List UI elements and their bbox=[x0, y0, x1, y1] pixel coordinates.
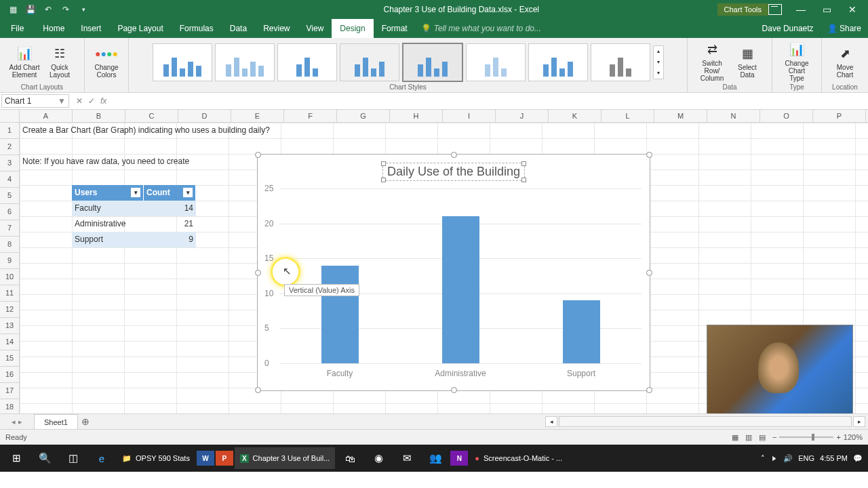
resize-handle[interactable] bbox=[646, 387, 652, 393]
zoom-level[interactable]: 120% bbox=[844, 433, 863, 441]
col-header[interactable]: D bbox=[178, 110, 231, 122]
tab-data[interactable]: Data bbox=[222, 19, 255, 38]
plot-area[interactable]: 0510152025FacultyAdministrativeSupport bbox=[279, 188, 642, 363]
row-header[interactable]: 1 bbox=[0, 123, 20, 139]
chart-bar[interactable] bbox=[563, 300, 600, 363]
taskbar-folder[interactable]: 📁OPSY 590 Stats bbox=[117, 447, 195, 469]
col-header[interactable]: K bbox=[549, 110, 601, 122]
col-header[interactable]: A bbox=[20, 110, 73, 122]
minimize-icon[interactable]: — bbox=[789, 4, 813, 15]
chart-bar[interactable] bbox=[321, 266, 359, 363]
tab-view[interactable]: View bbox=[298, 19, 332, 38]
row-header[interactable]: 15 bbox=[0, 350, 20, 367]
task-view-icon[interactable]: ◫ bbox=[60, 447, 87, 469]
chart-style-7[interactable] bbox=[528, 43, 588, 81]
enter-formula-icon[interactable]: ✓ bbox=[88, 96, 95, 106]
zoom-out-icon[interactable]: − bbox=[772, 433, 776, 441]
table-header-users[interactable]: Users▾ bbox=[72, 185, 144, 201]
h-scrollbar[interactable] bbox=[559, 416, 852, 427]
row-header[interactable]: 13 bbox=[0, 318, 20, 334]
view-page-layout-icon[interactable]: ▥ bbox=[745, 433, 752, 442]
tab-design[interactable]: Design bbox=[332, 19, 373, 38]
row-header[interactable]: 16 bbox=[0, 367, 20, 383]
view-page-break-icon[interactable]: ▤ bbox=[759, 433, 766, 442]
row-header[interactable]: 6 bbox=[0, 204, 20, 220]
onenote-icon[interactable]: N bbox=[450, 451, 468, 466]
table-header-count[interactable]: Count▾ bbox=[144, 185, 196, 201]
tell-me-search[interactable]: Tell me what you want to do... bbox=[421, 24, 755, 33]
chart-title[interactable]: Daily Use of the Building bbox=[382, 163, 525, 181]
chart-style-1[interactable] bbox=[153, 43, 212, 81]
row-header[interactable]: 11 bbox=[0, 285, 20, 302]
clock[interactable]: 4:55 PM bbox=[820, 454, 848, 462]
qat-customize-icon[interactable]: ▾ bbox=[77, 6, 90, 13]
sheet-nav[interactable]: ◂ ▸ bbox=[0, 418, 34, 426]
taskbar-screencast[interactable]: ●Screencast-O-Matic - ... bbox=[469, 447, 568, 469]
chart-style-8[interactable] bbox=[591, 43, 650, 81]
tab-file[interactable]: File bbox=[0, 19, 35, 38]
sheet-tab-1[interactable]: Sheet1 bbox=[34, 414, 78, 430]
resize-handle[interactable] bbox=[255, 387, 261, 393]
volume-icon[interactable]: 🔊 bbox=[783, 454, 793, 463]
word-icon[interactable]: W bbox=[197, 451, 214, 466]
switch-row-column-button[interactable]: ⇄Switch Row/ Column bbox=[696, 42, 728, 82]
change-colors-button[interactable]: ●●●●Change Colors bbox=[91, 46, 122, 79]
powerpoint-icon[interactable]: P bbox=[216, 451, 233, 466]
tab-insert[interactable]: Insert bbox=[73, 19, 109, 38]
chart-style-6[interactable] bbox=[466, 43, 526, 81]
row-header[interactable]: 8 bbox=[0, 237, 20, 253]
search-icon[interactable]: 🔍 bbox=[31, 447, 58, 469]
resize-handle[interactable] bbox=[255, 152, 261, 158]
maximize-icon[interactable]: ▭ bbox=[814, 4, 839, 15]
fx-icon[interactable]: fx bbox=[100, 96, 106, 106]
edge-icon[interactable]: e bbox=[88, 447, 115, 469]
add-chart-element-button[interactable]: 📊Add Chart Element bbox=[9, 46, 40, 79]
move-chart-button[interactable]: ⬈Move Chart bbox=[829, 46, 861, 79]
chart-style-2[interactable] bbox=[215, 43, 275, 81]
user-label[interactable]: Dave Dunaetz bbox=[755, 24, 821, 33]
tray-up-icon[interactable]: ˄ bbox=[761, 454, 765, 463]
row-header[interactable]: 5 bbox=[0, 188, 20, 204]
row-header[interactable]: 3 bbox=[0, 155, 20, 171]
undo-icon[interactable]: ↶ bbox=[41, 5, 55, 14]
select-data-button[interactable]: ▦Select Data bbox=[732, 46, 763, 79]
col-header[interactable]: N bbox=[707, 110, 760, 122]
quick-layout-button[interactable]: ☷Quick Layout bbox=[44, 46, 75, 79]
name-box[interactable]: Chart 1▼ bbox=[1, 94, 69, 108]
col-header[interactable]: E bbox=[231, 110, 284, 122]
col-header[interactable]: I bbox=[443, 110, 496, 122]
col-header[interactable]: G bbox=[337, 110, 390, 122]
lang-indicator[interactable]: ENG bbox=[798, 454, 814, 462]
resize-handle[interactable] bbox=[646, 152, 652, 158]
filter-dropdown-icon[interactable]: ▾ bbox=[183, 188, 193, 197]
col-header[interactable]: H bbox=[390, 110, 443, 122]
row-header[interactable]: 12 bbox=[0, 302, 20, 318]
zoom-in-icon[interactable]: + bbox=[836, 433, 840, 441]
chrome-icon[interactable]: ◉ bbox=[365, 447, 392, 469]
share-button[interactable]: 👤 Share bbox=[821, 24, 868, 33]
resize-handle[interactable] bbox=[646, 270, 652, 276]
scroll-right-icon[interactable]: ▸ bbox=[853, 416, 865, 427]
row-header[interactable]: 17 bbox=[0, 383, 20, 399]
cancel-formula-icon[interactable]: ✕ bbox=[76, 96, 83, 106]
tab-review[interactable]: Review bbox=[255, 19, 298, 38]
resize-handle[interactable] bbox=[451, 152, 457, 158]
styles-more-icon[interactable]: ▴▾▾ bbox=[653, 45, 664, 79]
col-header[interactable]: L bbox=[601, 110, 654, 122]
resize-handle[interactable] bbox=[451, 387, 457, 393]
tab-home[interactable]: Home bbox=[35, 19, 73, 38]
row-header[interactable]: 9 bbox=[0, 253, 20, 269]
col-header[interactable]: M bbox=[654, 110, 707, 122]
mail-icon[interactable]: ✉ bbox=[393, 447, 420, 469]
col-header[interactable]: O bbox=[760, 110, 813, 122]
chart-style-5[interactable] bbox=[402, 43, 463, 82]
add-sheet-button[interactable]: ⊕ bbox=[78, 416, 93, 427]
redo-icon[interactable]: ↷ bbox=[59, 5, 73, 14]
row-header[interactable]: 7 bbox=[0, 220, 20, 237]
col-header[interactable]: C bbox=[125, 110, 178, 122]
ribbon-display-icon[interactable] bbox=[768, 4, 782, 15]
col-header[interactable]: F bbox=[284, 110, 337, 122]
network-icon[interactable]: 🕨 bbox=[770, 454, 778, 462]
resize-handle[interactable] bbox=[255, 270, 261, 276]
notifications-icon[interactable]: 💬 bbox=[853, 454, 863, 463]
